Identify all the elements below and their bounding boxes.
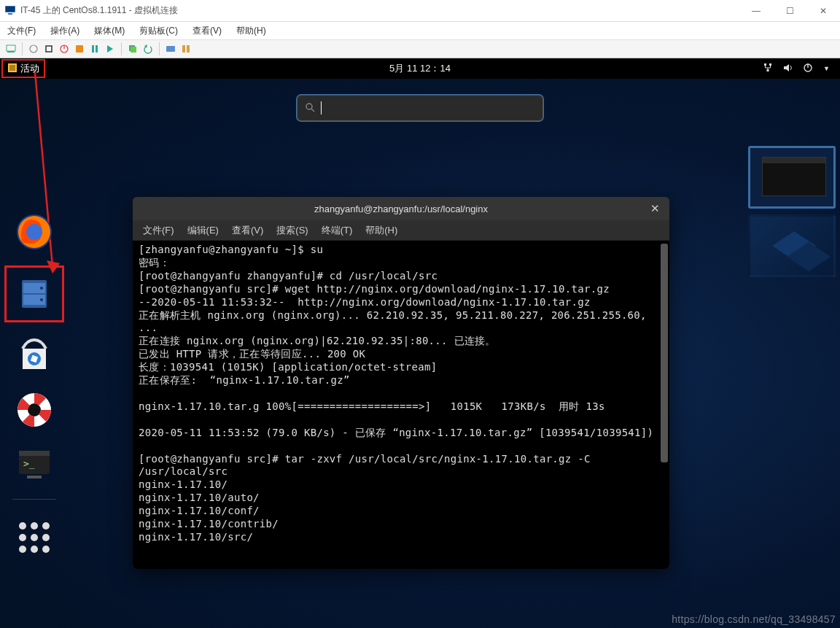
svg-rect-9 bbox=[76, 45, 83, 53]
network-icon[interactable] bbox=[762, 63, 774, 75]
host-title: IT-45 上的 CentOs8.1.1911 - 虚拟机连接 bbox=[20, 4, 178, 17]
pause-icon[interactable] bbox=[88, 42, 101, 55]
svg-rect-10 bbox=[92, 45, 94, 53]
svg-rect-23 bbox=[767, 69, 769, 71]
reset-icon[interactable] bbox=[104, 42, 117, 55]
terminal-title: zhangyanfu@zhangyanfu:/usr/local/nginx bbox=[314, 203, 488, 214]
term-menu-view[interactable]: 查看(V) bbox=[232, 224, 263, 237]
svg-rect-3 bbox=[7, 45, 15, 51]
clock[interactable]: 5月 11 12：14 bbox=[389, 62, 451, 75]
menu-view[interactable]: 查看(V) bbox=[192, 25, 222, 37]
workspace-1[interactable] bbox=[748, 146, 836, 209]
svg-point-32 bbox=[26, 224, 42, 240]
svg-rect-6 bbox=[46, 46, 52, 52]
menu-help[interactable]: 帮助(H) bbox=[236, 25, 266, 37]
svg-rect-14 bbox=[131, 47, 136, 53]
workspace-2[interactable] bbox=[748, 214, 836, 277]
dash-separator bbox=[12, 499, 56, 500]
dash: >_ bbox=[6, 212, 63, 558]
start-icon[interactable] bbox=[27, 42, 40, 55]
svg-rect-2 bbox=[8, 13, 12, 15]
term-menu-file[interactable]: 文件(F) bbox=[143, 224, 174, 237]
ctrl-alt-del-icon[interactable] bbox=[4, 42, 18, 55]
svg-rect-4 bbox=[7, 51, 15, 53]
share-icon[interactable] bbox=[179, 42, 192, 55]
svg-rect-22 bbox=[769, 63, 771, 66]
volume-icon[interactable] bbox=[782, 63, 794, 75]
terminal-close-button[interactable]: ✕ bbox=[648, 201, 662, 216]
menu-media[interactable]: 媒体(M) bbox=[94, 25, 125, 37]
help-icon[interactable] bbox=[14, 389, 55, 430]
watermark: https://blog.csdn.net/qq_33498457 bbox=[672, 613, 836, 625]
maximize-button[interactable]: ☐ bbox=[773, 0, 806, 22]
menu-action[interactable]: 操作(A) bbox=[50, 25, 79, 37]
chevron-down-icon: ▼ bbox=[823, 65, 830, 72]
firefox-icon[interactable] bbox=[14, 212, 55, 252]
svg-line-30 bbox=[311, 109, 314, 112]
host-titlebar: IT-45 上的 CentOs8.1.1911 - 虚拟机连接 — ☐ ✕ bbox=[0, 0, 840, 22]
activities-search[interactable] bbox=[297, 95, 543, 121]
terminal-titlebar[interactable]: zhangyanfu@zhangyanfu:/usr/local/nginx ✕ bbox=[133, 197, 669, 220]
enhanced-icon[interactable] bbox=[164, 42, 177, 55]
svg-marker-24 bbox=[784, 64, 789, 71]
software-icon[interactable] bbox=[14, 336, 55, 376]
menu-clipboard[interactable]: 剪贴板(C) bbox=[139, 25, 178, 37]
show-apps-icon[interactable] bbox=[14, 517, 55, 558]
files-icon-highlight bbox=[4, 265, 64, 322]
svg-rect-1 bbox=[6, 7, 15, 12]
workspace-switcher bbox=[748, 146, 836, 277]
revert-icon[interactable] bbox=[141, 42, 155, 55]
svg-rect-16 bbox=[166, 46, 175, 52]
terminal-output[interactable]: [zhangyanfu@zhangyanfu ~]$ su 密码： [root@… bbox=[133, 241, 669, 569]
terminal-icon[interactable]: >_ bbox=[14, 443, 55, 484]
host-toolbar bbox=[0, 39, 840, 58]
svg-rect-43 bbox=[19, 451, 50, 456]
vm-icon bbox=[4, 4, 16, 18]
activities-button[interactable]: 活动 bbox=[1, 59, 45, 78]
shutdown-icon[interactable] bbox=[58, 42, 71, 55]
gnome-top-bar: 活动 5月 11 12：14 ▼ bbox=[0, 58, 840, 79]
svg-rect-20 bbox=[9, 65, 15, 71]
term-menu-help[interactable]: 帮助(H) bbox=[365, 224, 397, 237]
turnoff-icon[interactable] bbox=[42, 42, 55, 55]
term-menu-search[interactable]: 搜索(S) bbox=[276, 224, 308, 237]
svg-rect-18 bbox=[187, 45, 190, 53]
search-icon bbox=[305, 102, 315, 115]
svg-point-29 bbox=[306, 104, 312, 109]
svg-point-5 bbox=[30, 45, 37, 53]
svg-rect-17 bbox=[182, 45, 185, 53]
host-menubar: 文件(F) 操作(A) 媒体(M) 剪贴板(C) 查看(V) 帮助(H) bbox=[0, 22, 840, 39]
term-menu-edit[interactable]: 编辑(E) bbox=[187, 224, 219, 237]
term-menu-terminal[interactable]: 终端(T) bbox=[322, 224, 353, 237]
svg-rect-11 bbox=[96, 45, 98, 53]
svg-point-37 bbox=[40, 298, 43, 301]
checkpoint-icon[interactable] bbox=[126, 42, 139, 55]
terminal-scrollbar[interactable] bbox=[661, 244, 668, 462]
menu-file[interactable]: 文件(F) bbox=[7, 25, 36, 37]
activities-label: 活动 bbox=[20, 62, 39, 75]
vm-desktop: 活动 5月 11 12：14 ▼ bbox=[0, 58, 840, 628]
svg-marker-12 bbox=[107, 45, 113, 53]
files-icon[interactable] bbox=[14, 274, 55, 314]
svg-rect-21 bbox=[764, 63, 766, 66]
svg-text:>_: >_ bbox=[23, 458, 35, 469]
power-icon[interactable] bbox=[803, 63, 814, 75]
system-tray[interactable]: ▼ bbox=[762, 63, 840, 75]
terminal-menubar: 文件(F) 编辑(E) 查看(V) 搜索(S) 终端(T) 帮助(H) bbox=[133, 220, 669, 241]
minimize-button[interactable]: — bbox=[739, 0, 773, 22]
text-cursor bbox=[321, 101, 322, 115]
svg-rect-45 bbox=[27, 476, 42, 478]
preferences-icon bbox=[7, 63, 18, 75]
svg-point-36 bbox=[40, 287, 43, 290]
save-icon[interactable] bbox=[73, 42, 86, 55]
terminal-window: zhangyanfu@zhangyanfu:/usr/local/nginx ✕… bbox=[133, 197, 669, 569]
window-close-button[interactable]: ✕ bbox=[806, 0, 840, 22]
